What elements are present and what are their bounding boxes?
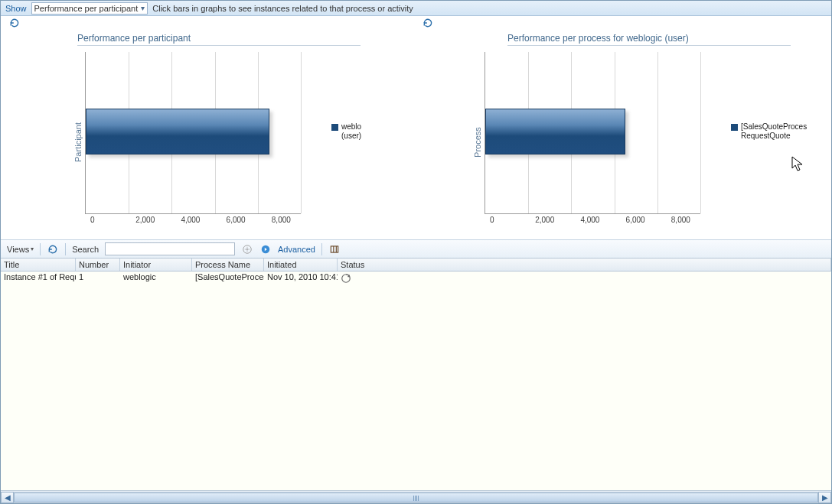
legend-swatch-icon: [731, 124, 738, 131]
col-initiated[interactable]: Initiated: [264, 259, 338, 271]
chart-left-xaxis: 0 2,000 4,000 6,000 8,000: [96, 216, 322, 224]
refresh-row: [1, 16, 831, 30]
chart-left-legend: weblo (user): [331, 122, 416, 232]
instruction-text: Click bars in graphs to see instances re…: [152, 4, 413, 13]
view-selector-combo[interactable]: Performance per participant ▾: [31, 2, 148, 15]
chevron-down-icon: ▾: [31, 245, 34, 252]
col-number[interactable]: Number: [76, 259, 120, 271]
chart-left-plot: [85, 52, 301, 214]
chart-left-bar[interactable]: [86, 109, 269, 154]
scroll-track[interactable]: [14, 492, 818, 503]
running-status-icon: [341, 273, 351, 284]
advanced-search-link[interactable]: Advanced: [278, 245, 315, 254]
scroll-left-button[interactable]: ◀: [1, 492, 14, 503]
refresh-list-icon[interactable]: [47, 243, 59, 255]
search-label: Search: [72, 245, 99, 254]
col-process-name[interactable]: Process Name: [192, 259, 264, 271]
go-search-icon[interactable]: [259, 243, 272, 255]
col-status[interactable]: Status: [338, 259, 831, 271]
search-input[interactable]: [105, 242, 235, 255]
show-link[interactable]: Show: [5, 4, 27, 13]
cell-status: [338, 272, 831, 285]
cell-title: Instance #1 of Requ: [1, 272, 76, 285]
toolbar-divider: [321, 243, 322, 255]
chevron-down-icon: ▾: [141, 4, 145, 12]
chart-right: Performance per process for weblogic (us…: [439, 33, 815, 232]
col-title[interactable]: Title: [1, 259, 76, 271]
chart-left-title: Performance per participant: [77, 33, 361, 46]
clear-search-icon[interactable]: [241, 243, 253, 255]
refresh-right-icon[interactable]: [422, 17, 434, 29]
toolbar-divider: [65, 243, 66, 255]
refresh-left-icon[interactable]: [8, 17, 21, 29]
scroll-thumb[interactable]: [14, 493, 818, 502]
chart-left-legend-text: weblo (user): [341, 122, 361, 141]
search-toolbar: Views ▾ Search Advanced: [1, 239, 831, 258]
table-row[interactable]: Instance #1 of Requ 1 weblogic [SalesQuo…: [1, 272, 831, 285]
view-selector-value: Performance per participant: [34, 4, 139, 13]
chart-right-plot: [485, 52, 700, 214]
table-body: Instance #1 of Requ 1 weblogic [SalesQuo…: [1, 272, 831, 490]
chart-right-legend: [SalesQuoteProces RequestQuote: [731, 122, 815, 232]
cell-number: 1: [76, 272, 120, 285]
columns-icon[interactable]: [328, 243, 341, 255]
cell-initiator: weblogic: [120, 272, 192, 285]
chart-right-title: Performance per process for weblogic (us…: [507, 33, 791, 46]
svg-rect-3: [331, 245, 338, 252]
charts-panel: Performance per participant Participant …: [1, 30, 831, 239]
svg-rect-1: [246, 249, 247, 249]
instances-table: Title Number Initiator Process Name Init…: [1, 258, 831, 490]
views-menu-button[interactable]: Views ▾: [7, 245, 34, 254]
col-initiator[interactable]: Initiator: [120, 259, 192, 271]
chart-left: Performance per participant Participant …: [8, 33, 416, 232]
legend-swatch-icon: [331, 124, 338, 131]
chart-right-xaxis: 0 2,000 4,000 6,000 8,000: [495, 216, 722, 224]
chart-right-bar[interactable]: [485, 109, 625, 154]
horizontal-scrollbar[interactable]: ◀ ▶: [1, 490, 831, 503]
table-header: Title Number Initiator Process Name Init…: [1, 258, 831, 272]
cell-initiated: Nov 10, 2010 10:41 A: [264, 272, 338, 285]
chart-right-legend-text: [SalesQuoteProces RequestQuote: [741, 122, 807, 141]
scroll-right-button[interactable]: ▶: [818, 492, 831, 503]
toolbar-divider: [40, 243, 41, 255]
top-toolbar: Show Performance per participant ▾ Click…: [1, 1, 831, 16]
cell-process-name: [SalesQuoteProcess]: [192, 272, 264, 285]
